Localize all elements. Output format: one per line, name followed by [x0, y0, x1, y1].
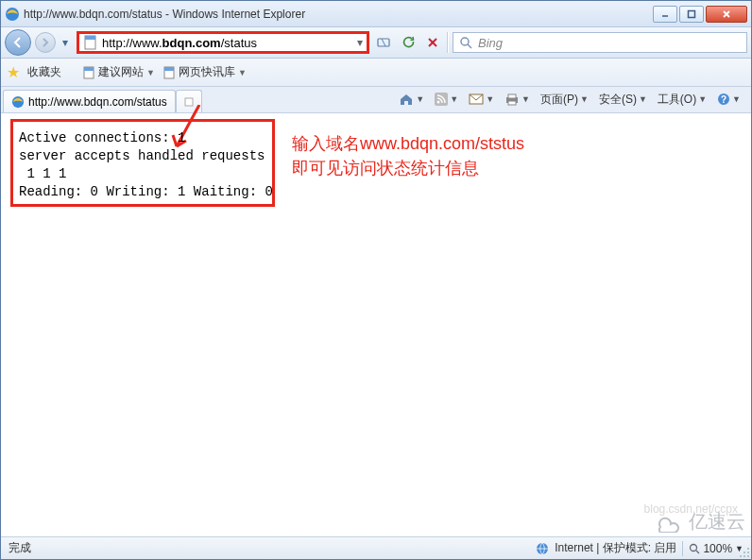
annotation-line1: 输入域名www.bdqn.com/ststus — [292, 134, 524, 153]
forward-button[interactable] — [35, 32, 56, 53]
status-output: Active connections: 1 server accepts han… — [19, 129, 266, 201]
tools-menu[interactable]: 工具(O)▼ — [653, 89, 711, 110]
tab-bar: http://www.bdqn.com/status ▼ ▼ ▼ ▼ 页面(P)… — [1, 87, 751, 113]
history-dropdown[interactable]: ▾ — [60, 36, 71, 49]
annotation-line2: 即可见访问状态统计信息 — [292, 159, 479, 178]
maximize-button[interactable] — [679, 6, 704, 23]
svg-rect-13 — [84, 67, 94, 71]
tab-label: http://www.bdqn.com/status — [28, 95, 167, 109]
svg-point-27 — [691, 544, 697, 551]
print-button[interactable]: ▼ — [500, 89, 535, 110]
titlebar: http://www.bdqn.com/status - Windows Int… — [1, 1, 751, 27]
blank-tab-icon — [183, 96, 195, 108]
ie-icon — [5, 7, 20, 22]
svg-point-33 — [743, 555, 745, 557]
svg-point-0 — [6, 8, 19, 21]
svg-point-10 — [461, 38, 469, 45]
search-placeholder: Bing — [478, 36, 503, 50]
watermark-logo-label: 亿速云 — [689, 509, 745, 535]
watermark-logo: 亿速云 — [651, 509, 745, 535]
page-content: Active connections: 1 server accepts han… — [1, 113, 751, 536]
svg-rect-6 — [85, 36, 95, 40]
url-prefix: http://www. — [102, 36, 162, 50]
page-menu-label: 页面(P) — [540, 92, 578, 108]
url-path: /status — [221, 36, 257, 50]
fav-item-label: 网页快讯库 — [179, 64, 235, 80]
svg-point-30 — [743, 552, 745, 553]
favorites-label: 收藏夹 — [27, 64, 61, 80]
annotation-text: 输入域名www.bdqn.com/ststus 即可见访问状态统计信息 — [292, 131, 524, 180]
home-button[interactable]: ▼ — [394, 89, 429, 110]
svg-line-28 — [696, 551, 699, 553]
svg-point-19 — [437, 101, 440, 104]
compat-icon — [376, 35, 391, 50]
chevron-down-icon: ▼ — [146, 68, 155, 77]
status-right: Internet | 保护模式: 启用 100% ▼ — [536, 540, 743, 556]
ie-icon — [11, 95, 25, 109]
fav-item-webslice[interactable]: 网页快讯库 ▼ — [162, 64, 247, 80]
favorites-star-icon[interactable]: ★ — [7, 63, 20, 81]
tools-menu-label: 工具(O) — [658, 92, 696, 108]
stop-button[interactable] — [422, 32, 443, 53]
svg-point-31 — [747, 552, 749, 553]
watermark-text: blog.csdn.net/ccpx — [644, 502, 738, 516]
window-title: http://www.bdqn.com/status - Windows Int… — [24, 8, 653, 21]
zoom-control[interactable]: 100% ▼ — [689, 542, 743, 555]
search-icon — [459, 36, 472, 49]
svg-point-16 — [12, 95, 24, 107]
svg-rect-2 — [689, 10, 695, 17]
arrow-left-icon — [11, 36, 25, 49]
separator — [447, 32, 449, 53]
minimize-button[interactable] — [653, 6, 677, 23]
home-icon — [399, 92, 414, 107]
tab-current[interactable]: http://www.bdqn.com/status — [3, 90, 176, 112]
navbar: ▾ http://www.bdqn.com/status ▾ Bing — [1, 27, 751, 59]
browser-window: http://www.bdqn.com/status - Windows Int… — [0, 0, 752, 560]
stop-icon — [427, 37, 438, 48]
help-icon: ? — [717, 93, 730, 106]
address-dropdown-icon[interactable]: ▾ — [357, 36, 363, 49]
mail-button[interactable]: ▼ — [464, 89, 499, 110]
mail-icon — [469, 93, 484, 106]
address-bar[interactable]: http://www.bdqn.com/status ▾ — [77, 31, 369, 54]
search-box[interactable]: Bing — [453, 32, 747, 53]
svg-text:?: ? — [721, 94, 726, 105]
new-tab-button[interactable] — [176, 90, 202, 112]
favorites-bar: ★ 收藏夹 建议网站 ▼ 网页快讯库 ▼ — [1, 59, 751, 87]
refresh-button[interactable] — [398, 32, 419, 53]
status-bar: 完成 Internet | 保护模式: 启用 100% ▼ — [1, 536, 751, 559]
page-menu[interactable]: 页面(P)▼ — [536, 89, 593, 110]
page-icon — [162, 66, 176, 79]
url-host: bdqn.com — [162, 36, 221, 50]
page-icon — [82, 66, 95, 79]
zoom-level: 100% — [703, 542, 732, 555]
chevron-down-icon: ▼ — [238, 68, 247, 77]
svg-point-34 — [747, 555, 749, 557]
svg-rect-15 — [164, 67, 174, 71]
page-icon — [83, 35, 98, 50]
window-controls — [653, 6, 747, 23]
svg-point-32 — [740, 555, 742, 557]
address-text: http://www.bdqn.com/status — [102, 36, 257, 50]
close-button[interactable] — [706, 6, 747, 23]
feeds-button[interactable]: ▼ — [430, 89, 463, 110]
safety-menu[interactable]: 安全(S)▼ — [594, 89, 652, 110]
status-output-box: Active connections: 1 server accepts han… — [10, 119, 275, 207]
zoom-icon — [689, 543, 700, 554]
compat-view-button[interactable] — [373, 32, 394, 53]
fav-item-label: 建议网站 — [98, 64, 144, 80]
resize-grip[interactable] — [739, 547, 750, 558]
svg-rect-23 — [508, 101, 516, 105]
separator — [682, 541, 683, 556]
command-bar: ▼ ▼ ▼ ▼ 页面(P)▼ 安全(S)▼ 工具(O)▼ ?▼ — [394, 86, 749, 112]
cloud-icon — [651, 512, 685, 533]
svg-point-29 — [747, 548, 749, 550]
fav-item-suggested[interactable]: 建议网站 ▼ — [82, 64, 155, 80]
arrow-right-icon — [41, 38, 50, 47]
refresh-icon — [402, 36, 415, 49]
back-button[interactable] — [5, 29, 31, 56]
print-icon — [504, 93, 520, 106]
status-zone: Internet | 保护模式: 启用 — [555, 540, 676, 556]
help-button[interactable]: ?▼ — [712, 89, 745, 110]
safety-menu-label: 安全(S) — [599, 92, 637, 108]
